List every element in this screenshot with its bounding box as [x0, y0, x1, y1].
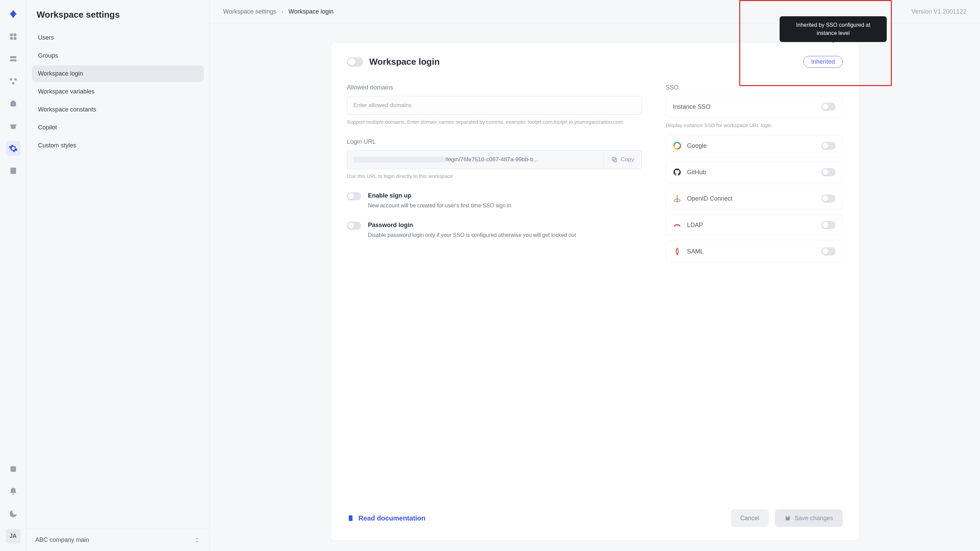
chevron-right-icon: ›: [282, 8, 283, 15]
enable-signup-toggle[interactable]: [347, 192, 361, 200]
help-icon[interactable]: [6, 462, 21, 476]
nav-item-groups[interactable]: Groups: [32, 48, 204, 64]
svg-rect-2: [10, 37, 13, 40]
sso-helper: Display instance SSO for workspace URL l…: [666, 122, 843, 128]
svg-point-6: [10, 78, 12, 81]
card-title: Workspace login: [369, 57, 440, 67]
sso-saml-row[interactable]: SAML: [666, 241, 843, 262]
secondary-nav-title: Workspace settings: [27, 0, 209, 27]
chevron-up-down-icon: [194, 537, 200, 543]
settings-icon[interactable]: [6, 141, 21, 156]
save-button[interactable]: Save changes: [775, 509, 843, 527]
main: Workspace settings › Workspace login Ver…: [210, 0, 980, 551]
ldap-icon: [673, 221, 682, 229]
login-url-field: /login/76fe7510-c087-487a-99bb-b... Copy: [347, 150, 642, 169]
login-url-value: /login/76fe7510-c087-487a-99bb-b...: [347, 156, 603, 163]
nav-item-copilot[interactable]: Copilot: [32, 119, 204, 136]
allowed-domains-helper: Support multiple domains. Enter domain n…: [347, 118, 642, 126]
workspace-login-toggle[interactable]: [347, 57, 363, 67]
breadcrumb-current: Workspace login: [289, 8, 334, 15]
enable-signup-title: Enable sign up: [368, 192, 511, 199]
logo-icon[interactable]: [6, 7, 21, 22]
sso-openid-row[interactable]: OpenID Connect: [666, 188, 843, 210]
workspace-switcher[interactable]: ABC company main: [27, 529, 209, 551]
sso-openid-toggle[interactable]: [821, 195, 835, 203]
read-documentation-link[interactable]: Read documentation: [347, 514, 426, 522]
sso-saml-toggle[interactable]: [821, 248, 835, 256]
sso-ldap-toggle[interactable]: [821, 221, 835, 229]
svg-rect-0: [10, 33, 13, 36]
sso-github-toggle[interactable]: [821, 168, 835, 176]
audit-icon[interactable]: [6, 164, 21, 178]
inherited-pill[interactable]: Inherited: [803, 56, 843, 68]
password-login-desc: Disable password login only if your SSO …: [368, 231, 576, 240]
login-url-helper: Use this URL to login directly to this w…: [347, 173, 642, 180]
workspace-name: ABC company main: [35, 537, 89, 543]
inherited-tooltip: Inherited by SSO configured at instance …: [780, 16, 887, 42]
login-url-label: Login URL: [347, 138, 642, 145]
sso-github-row[interactable]: GitHub: [666, 161, 843, 183]
workflow-icon[interactable]: [6, 74, 21, 89]
svg-rect-12: [10, 168, 16, 174]
marketplace-icon[interactable]: [6, 119, 21, 133]
nav-item-users[interactable]: Users: [32, 30, 204, 46]
github-icon: [673, 168, 682, 176]
password-login-title: Password login: [368, 222, 576, 229]
enable-signup-desc: New account will be created for user's f…: [368, 201, 511, 210]
database-icon[interactable]: [6, 51, 21, 67]
datasource-icon[interactable]: [6, 96, 21, 111]
sso-ldap-row[interactable]: LDAP: [666, 214, 843, 236]
apps-icon[interactable]: [6, 29, 21, 44]
version-label: Version V1.2001122: [912, 8, 966, 15]
cancel-button[interactable]: Cancel: [731, 509, 769, 527]
icon-rail: JA: [0, 0, 27, 551]
sso-label: SSO: [666, 84, 843, 91]
sso-google-row[interactable]: Google: [666, 135, 843, 157]
svg-rect-10: [11, 101, 14, 102]
openid-icon: [673, 194, 682, 203]
breadcrumb-root[interactable]: Workspace settings: [223, 8, 276, 15]
svg-rect-3: [14, 37, 16, 40]
workspace-login-card: Workspace login Inherited Allowed domain…: [330, 43, 859, 541]
book-icon: [347, 514, 354, 522]
sso-instance-toggle[interactable]: [821, 103, 835, 111]
svg-point-8: [12, 82, 14, 84]
notifications-icon[interactable]: [6, 484, 21, 499]
secondary-nav: Workspace settings Users Groups Workspac…: [27, 0, 210, 551]
save-icon: [784, 515, 791, 521]
google-icon: [673, 141, 682, 150]
allowed-domains-input[interactable]: [347, 96, 642, 115]
sso-instance-row[interactable]: Instance SSO: [666, 96, 843, 118]
theme-icon[interactable]: [6, 506, 21, 521]
copy-button[interactable]: Copy: [603, 151, 641, 169]
svg-rect-13: [10, 466, 16, 472]
svg-rect-4: [10, 56, 16, 58]
svg-rect-1: [14, 33, 16, 36]
sso-google-toggle[interactable]: [821, 141, 835, 150]
svg-point-7: [14, 78, 17, 81]
nav-item-workspace-constants[interactable]: Workspace constants: [32, 101, 204, 118]
svg-rect-9: [10, 102, 16, 106]
nav-item-custom-styles[interactable]: Custom styles: [32, 137, 204, 154]
nav-item-workspace-login[interactable]: Workspace login: [32, 65, 204, 82]
copy-icon: [611, 156, 618, 163]
svg-rect-11: [11, 126, 16, 129]
allowed-domains-label: Allowed domains: [347, 84, 642, 91]
nav-item-workspace-variables[interactable]: Workspace variables: [32, 83, 204, 100]
password-login-toggle[interactable]: [347, 222, 361, 230]
breadcrumb: Workspace settings › Workspace login: [223, 8, 334, 15]
saml-icon: [673, 247, 682, 256]
svg-rect-5: [10, 59, 16, 61]
avatar[interactable]: JA: [6, 529, 21, 543]
